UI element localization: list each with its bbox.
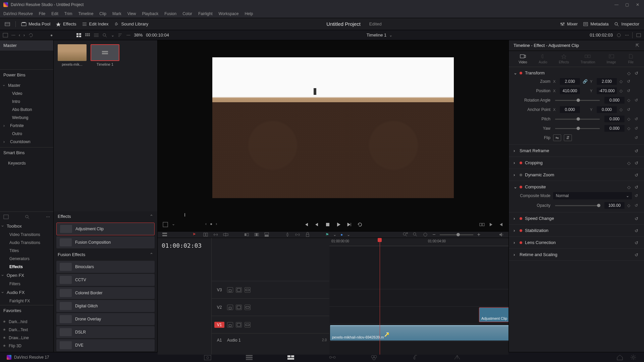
match-next-icon[interactable]: › <box>216 222 217 228</box>
smart-bins-header[interactable]: Smart Bins <box>0 147 53 158</box>
inspector-tab-image[interactable]: Image <box>607 54 616 64</box>
reset-icon[interactable]: ↺ <box>635 216 639 221</box>
media-pool-button[interactable]: Media Pool <box>21 21 50 26</box>
menu-view[interactable]: View <box>127 11 136 16</box>
speed-change-header[interactable]: › Speed Change ↺ <box>514 215 639 222</box>
reset-icon[interactable]: ↺ <box>635 193 639 198</box>
effects-button[interactable]: Effects <box>56 21 76 26</box>
reset-icon[interactable]: ↺ <box>627 107 632 112</box>
play-button[interactable] <box>335 222 341 228</box>
viewer-mode-icon[interactable] <box>162 222 168 228</box>
zoom-custom-icon[interactable] <box>422 232 428 238</box>
loop-button[interactable] <box>357 222 363 228</box>
retime-header[interactable]: › Retime and Scaling ↺ <box>514 251 639 258</box>
toolbox-fairlightfx[interactable]: Fairlight FX <box>0 297 53 305</box>
track-auto-icon[interactable] <box>236 322 242 327</box>
more-icon[interactable]: ⋯ <box>126 33 130 38</box>
track-lock-icon[interactable] <box>227 322 233 327</box>
reset-icon[interactable]: ↺ <box>635 148 639 153</box>
toolbox-generators[interactable]: Generators <box>0 255 53 263</box>
flip-h-button[interactable]: ⇋ <box>553 134 561 141</box>
reset-icon[interactable]: ↺ <box>635 252 639 257</box>
pos-x-input[interactable]: 410.000 <box>560 87 580 94</box>
timeline-dropdown-icon[interactable]: ⌄ <box>389 33 392 38</box>
stop-button[interactable] <box>325 222 331 228</box>
flag-icon[interactable]: ⚑ <box>325 232 329 237</box>
toolbox-effects[interactable]: Effects <box>0 263 53 271</box>
enable-dot-icon[interactable] <box>520 162 522 164</box>
keyframe-icon[interactable]: ◇ <box>620 107 624 112</box>
bin-outro[interactable]: Outro <box>0 130 53 138</box>
track-v1-header[interactable]: V1 <box>212 316 329 333</box>
reset-icon[interactable]: ↺ <box>635 240 639 245</box>
clip-adjustment[interactable]: Adjustment Clip ◆ ◆ <box>479 307 508 322</box>
anchor-y-input[interactable]: 0.000 <box>597 106 617 113</box>
lens-correction-header[interactable]: › Lens Correction ↺ <box>514 239 639 246</box>
enable-dot-icon[interactable] <box>520 217 522 220</box>
bin-view-icon[interactable] <box>3 33 8 38</box>
reset-icon[interactable]: ↺ <box>635 203 639 208</box>
flip-v-button[interactable]: ⇵ <box>564 134 572 141</box>
bin-keywords[interactable]: Keywords <box>0 159 53 167</box>
edit-index-button[interactable]: Edit Index <box>82 21 109 26</box>
effects-section-header[interactable]: Effects <box>58 214 71 219</box>
zoom-detail-icon[interactable] <box>412 232 418 238</box>
timeline-name[interactable]: Timeline 1 <box>367 33 386 38</box>
nav-fwd-icon[interactable]: › <box>23 33 25 38</box>
refresh-icon[interactable] <box>28 33 34 38</box>
trim-tool-icon[interactable] <box>203 232 209 238</box>
viewer-scrubber[interactable] <box>158 212 508 218</box>
dynamic-zoom-header[interactable]: › Dynamic Zoom ↺ <box>514 171 639 179</box>
track-disable-icon[interactable] <box>245 305 251 310</box>
dynamic-trim-icon[interactable] <box>213 232 219 238</box>
match-frame-icon[interactable]: ● <box>210 222 212 228</box>
pitch-input[interactable]: 0.000 <box>604 116 625 122</box>
enable-dot-icon[interactable] <box>520 186 522 188</box>
chevron-down-icon[interactable]: ⌄ <box>111 33 114 38</box>
effect-cctv[interactable]: CCTV <box>56 274 155 286</box>
media-page-tab[interactable] <box>204 354 212 361</box>
bin-werbung[interactable]: Werbung <box>0 114 53 122</box>
effect-dslr[interactable]: DSLR <box>56 326 155 338</box>
smart-reframe-header[interactable]: › Smart Reframe ↺ <box>514 147 639 155</box>
dots-icon[interactable]: ⋯ <box>11 33 15 38</box>
track-disable-icon[interactable] <box>245 322 251 327</box>
bin-abo[interactable]: Abo Button <box>0 106 53 114</box>
reset-icon[interactable]: ↺ <box>635 135 639 140</box>
effect-drone-overlay[interactable]: Drone Overlay <box>56 313 155 325</box>
fusion-effects-header[interactable]: Fusion Effects <box>58 252 85 257</box>
anchor-x-input[interactable]: 0.000 <box>560 106 580 113</box>
track-v3-header[interactable]: V3 <box>212 281 329 298</box>
grid-view-icon[interactable] <box>85 33 90 38</box>
keyframe-icon[interactable]: ◇ <box>627 98 632 103</box>
fav-item[interactable]: Flip 3D <box>0 342 53 350</box>
viewer-more-icon[interactable]: ⋯ <box>625 33 629 38</box>
track-lane-a1[interactable] <box>329 341 508 355</box>
reset-icon[interactable]: ↺ <box>635 228 639 233</box>
reset-icon[interactable]: ↺ <box>635 71 639 75</box>
menu-fairlight[interactable]: Fairlight <box>198 11 213 16</box>
keyframe-icon[interactable]: ◇ <box>627 71 632 75</box>
inspector-expand-icon[interactable]: ⇱ <box>636 43 639 48</box>
maximize-button[interactable]: ▢ <box>625 2 630 7</box>
collapse-icon[interactable]: ⌃ <box>150 214 153 219</box>
reset-icon[interactable]: ↺ <box>635 173 639 177</box>
stabilization-header[interactable]: › Stabilization ↺ <box>514 227 639 234</box>
inspector-tab-transition[interactable]: Transition <box>581 54 595 64</box>
bin-more-icon[interactable]: ⋯ <box>46 215 50 219</box>
replace-icon[interactable] <box>264 232 270 238</box>
fav-item[interactable]: Draw...Line <box>0 334 53 342</box>
bin-countdown[interactable]: Countdown <box>0 138 53 146</box>
collapse-icon[interactable]: ⌃ <box>150 252 153 257</box>
effect-dve[interactable]: DVE <box>56 339 155 351</box>
track-auto-icon[interactable] <box>236 287 242 293</box>
track-disable-icon[interactable] <box>245 287 251 293</box>
overwrite-icon[interactable] <box>254 232 260 238</box>
media-storage-icon[interactable] <box>5 22 10 26</box>
prev-frame-button[interactable] <box>314 222 320 228</box>
expand-icon[interactable] <box>636 33 641 38</box>
inspector-tab-effects[interactable]: Effects <box>559 54 569 64</box>
go-start-icon[interactable] <box>498 222 504 228</box>
track-lock-icon[interactable] <box>227 305 233 310</box>
marker-dropdown-icon[interactable]: ⌄ <box>347 232 350 237</box>
